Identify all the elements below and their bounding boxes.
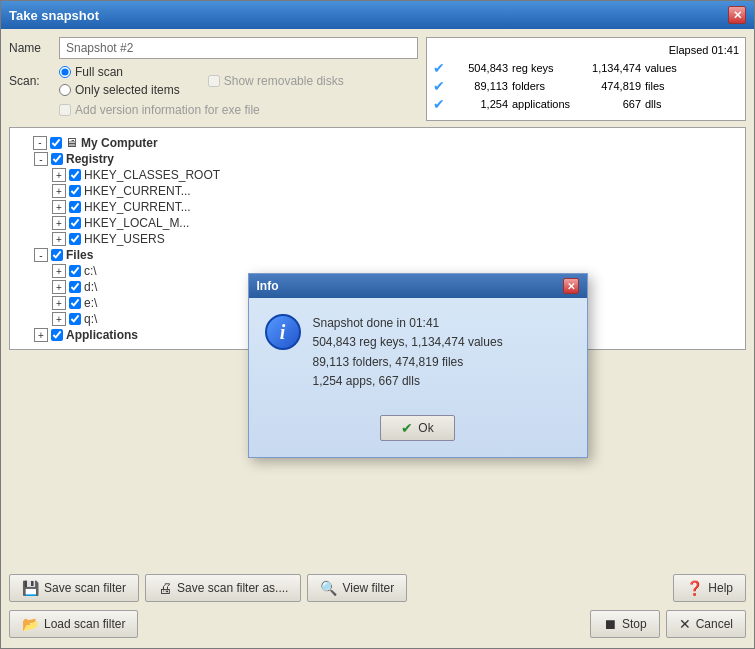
- tree-checkbox[interactable]: [69, 217, 81, 229]
- full-scan-option[interactable]: Full scan: [59, 65, 180, 79]
- tree-checkbox[interactable]: [69, 313, 81, 325]
- name-row: Name: [9, 37, 418, 59]
- expand-icon[interactable]: -: [33, 136, 47, 150]
- add-version-row: Add version information for exe file: [59, 103, 418, 117]
- elapsed-row: Elapsed 01:41: [433, 44, 739, 56]
- tree-node-label: HKEY_LOCAL_M...: [84, 216, 189, 230]
- full-scan-radio[interactable]: [59, 66, 71, 78]
- view-filter-label: View filter: [342, 581, 394, 595]
- list-item: - Registry: [16, 151, 739, 167]
- name-label: Name: [9, 41, 51, 55]
- info-icon: i: [265, 314, 301, 350]
- selected-scan-option[interactable]: Only selected items: [59, 83, 180, 97]
- bottom-buttons-row2: 📂 Load scan filter ⏹ Stop ✕ Cancel: [9, 610, 746, 640]
- cancel-label: Cancel: [696, 617, 733, 631]
- apps-label: applications: [512, 98, 582, 110]
- expand-icon[interactable]: +: [52, 184, 66, 198]
- list-item: - 🖥 My Computer: [16, 134, 739, 151]
- message-line-1: Snapshot done in 01:41: [313, 314, 503, 333]
- stats-row-2: ✔ 89,113 folders 474,819 files: [433, 78, 739, 94]
- expand-icon[interactable]: +: [52, 168, 66, 182]
- tree-node-label: HKEY_CURRENT...: [84, 184, 191, 198]
- tree-checkbox[interactable]: [69, 265, 81, 277]
- message-line-3: 89,113 folders, 474,819 files: [313, 353, 503, 372]
- tree-checkbox[interactable]: [69, 201, 81, 213]
- expand-icon[interactable]: +: [52, 280, 66, 294]
- selected-scan-radio[interactable]: [59, 84, 71, 96]
- help-icon: ❓: [686, 580, 703, 596]
- main-window: Take snapshot ✕ Name Scan: Ful: [0, 0, 755, 649]
- tree-checkbox[interactable]: [69, 297, 81, 309]
- dialog-close-button[interactable]: ✕: [563, 278, 579, 294]
- dlls-count: 667: [586, 98, 641, 110]
- stats-row-1: ✔ 504,843 reg keys 1,134,474 values: [433, 60, 739, 76]
- expand-icon[interactable]: +: [52, 232, 66, 246]
- expand-icon[interactable]: +: [52, 312, 66, 326]
- full-scan-label: Full scan: [75, 65, 123, 79]
- dlls-label: dlls: [645, 98, 662, 110]
- check-icon-1: ✔: [433, 60, 449, 76]
- view-icon: 🔍: [320, 580, 337, 596]
- expand-icon[interactable]: +: [52, 264, 66, 278]
- elapsed-value: 01:41: [711, 44, 739, 56]
- reg-keys-count: 504,843: [453, 62, 508, 74]
- check-icon-3: ✔: [433, 96, 449, 112]
- expand-icon[interactable]: -: [34, 248, 48, 262]
- bottom-buttons: 💾 Save scan filter 🖨 Save scan filter as…: [9, 570, 746, 604]
- bottom-left-buttons-2: 📂 Load scan filter: [9, 610, 138, 638]
- values-label: values: [645, 62, 677, 74]
- show-removable-checkbox[interactable]: [208, 75, 220, 87]
- list-item: - Files: [16, 247, 739, 263]
- tree-checkbox[interactable]: [69, 185, 81, 197]
- tree-checkbox[interactable]: [51, 329, 63, 341]
- scan-row: Scan: Full scan Only selected items: [9, 65, 418, 97]
- add-version-option[interactable]: Add version information for exe file: [59, 103, 260, 117]
- tree-node-label: d:\: [84, 280, 97, 294]
- help-label: Help: [708, 581, 733, 595]
- ok-button[interactable]: ✔ Ok: [380, 415, 454, 441]
- folders-label: folders: [512, 80, 582, 92]
- dialog-title: Info: [257, 279, 279, 293]
- cancel-button[interactable]: ✕ Cancel: [666, 610, 746, 638]
- tree-checkbox[interactable]: [69, 169, 81, 181]
- scan-label: Scan:: [9, 74, 51, 88]
- bottom-right-buttons: ❓ Help: [673, 574, 746, 602]
- expand-icon[interactable]: +: [52, 216, 66, 230]
- list-item: + HKEY_LOCAL_M...: [16, 215, 739, 231]
- save-scan-filter-button[interactable]: 💾 Save scan filter: [9, 574, 139, 602]
- tree-checkbox[interactable]: [51, 153, 63, 165]
- expand-icon[interactable]: +: [52, 296, 66, 310]
- stop-button[interactable]: ⏹ Stop: [590, 610, 660, 638]
- show-removable-label: Show removable disks: [224, 74, 344, 88]
- tree-node-label: c:\: [84, 264, 97, 278]
- tree-checkbox[interactable]: [69, 233, 81, 245]
- window-close-button[interactable]: ✕: [728, 6, 746, 24]
- expand-icon[interactable]: -: [34, 152, 48, 166]
- window-title: Take snapshot: [9, 8, 99, 23]
- load-scan-filter-button[interactable]: 📂 Load scan filter: [9, 610, 138, 638]
- stats-row-3: ✔ 1,254 applications 667 dlls: [433, 96, 739, 112]
- expand-icon[interactable]: +: [34, 328, 48, 342]
- show-removable-option[interactable]: Show removable disks: [208, 74, 344, 88]
- save-as-icon: 🖨: [158, 580, 172, 596]
- tree-checkbox[interactable]: [69, 281, 81, 293]
- content-area: Name Scan: Full scan Only selected items: [1, 29, 754, 648]
- computer-icon: 🖥: [65, 135, 78, 150]
- top-section: Name Scan: Full scan Only selected items: [9, 37, 746, 121]
- apps-count: 1,254: [453, 98, 508, 110]
- expand-icon[interactable]: +: [52, 200, 66, 214]
- dialog-title-bar: Info ✕: [249, 274, 587, 298]
- tree-checkbox[interactable]: [51, 249, 63, 261]
- tree-node-label: HKEY_USERS: [84, 232, 165, 246]
- bottom-left-buttons: 💾 Save scan filter 🖨 Save scan filter as…: [9, 574, 407, 602]
- name-input[interactable]: [59, 37, 418, 59]
- list-item: + HKEY_CURRENT...: [16, 183, 739, 199]
- stats-panel: Elapsed 01:41 ✔ 504,843 reg keys 1,134,4…: [426, 37, 746, 121]
- view-filter-button[interactable]: 🔍 View filter: [307, 574, 407, 602]
- tree-node-label: Applications: [66, 328, 138, 342]
- help-button[interactable]: ❓ Help: [673, 574, 746, 602]
- tree-node-label: My Computer: [81, 136, 158, 150]
- tree-checkbox[interactable]: [50, 137, 62, 149]
- add-version-checkbox[interactable]: [59, 104, 71, 116]
- save-scan-filter-as-button[interactable]: 🖨 Save scan filter as....: [145, 574, 301, 602]
